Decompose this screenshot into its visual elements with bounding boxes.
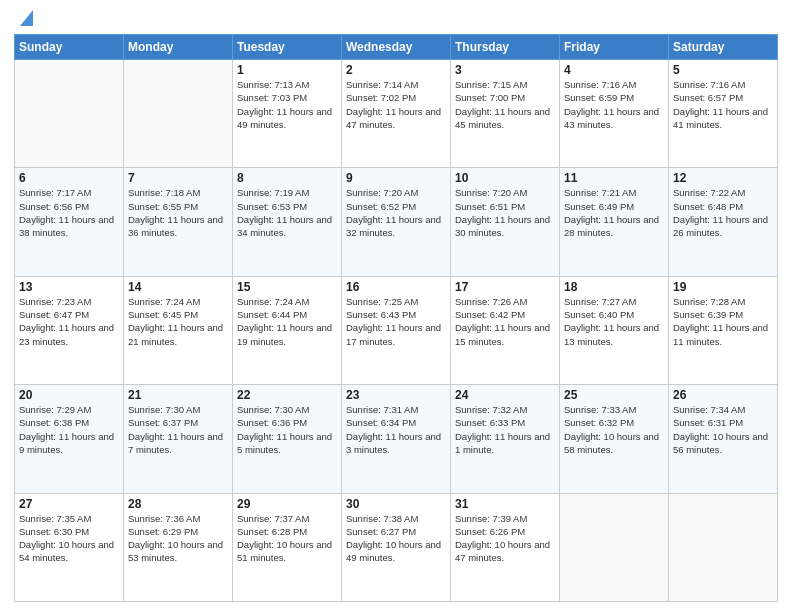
calendar-cell: 28Sunrise: 7:36 AMSunset: 6:29 PMDayligh…	[124, 493, 233, 601]
day-info: Sunrise: 7:15 AMSunset: 7:00 PMDaylight:…	[455, 78, 555, 131]
day-number: 23	[346, 388, 446, 402]
day-number: 17	[455, 280, 555, 294]
day-info: Sunrise: 7:21 AMSunset: 6:49 PMDaylight:…	[564, 186, 664, 239]
day-info: Sunrise: 7:23 AMSunset: 6:47 PMDaylight:…	[19, 295, 119, 348]
day-info: Sunrise: 7:16 AMSunset: 6:59 PMDaylight:…	[564, 78, 664, 131]
calendar-cell: 26Sunrise: 7:34 AMSunset: 6:31 PMDayligh…	[669, 385, 778, 493]
day-number: 25	[564, 388, 664, 402]
day-number: 30	[346, 497, 446, 511]
day-number: 2	[346, 63, 446, 77]
day-info: Sunrise: 7:33 AMSunset: 6:32 PMDaylight:…	[564, 403, 664, 456]
day-info: Sunrise: 7:19 AMSunset: 6:53 PMDaylight:…	[237, 186, 337, 239]
calendar-cell: 6Sunrise: 7:17 AMSunset: 6:56 PMDaylight…	[15, 168, 124, 276]
calendar-cell: 2Sunrise: 7:14 AMSunset: 7:02 PMDaylight…	[342, 60, 451, 168]
calendar-cell: 12Sunrise: 7:22 AMSunset: 6:48 PMDayligh…	[669, 168, 778, 276]
day-number: 29	[237, 497, 337, 511]
calendar-cell: 27Sunrise: 7:35 AMSunset: 6:30 PMDayligh…	[15, 493, 124, 601]
day-info: Sunrise: 7:35 AMSunset: 6:30 PMDaylight:…	[19, 512, 119, 565]
day-number: 15	[237, 280, 337, 294]
calendar-cell: 8Sunrise: 7:19 AMSunset: 6:53 PMDaylight…	[233, 168, 342, 276]
calendar-cell: 30Sunrise: 7:38 AMSunset: 6:27 PMDayligh…	[342, 493, 451, 601]
calendar-cell: 21Sunrise: 7:30 AMSunset: 6:37 PMDayligh…	[124, 385, 233, 493]
day-info: Sunrise: 7:18 AMSunset: 6:55 PMDaylight:…	[128, 186, 228, 239]
day-info: Sunrise: 7:30 AMSunset: 6:36 PMDaylight:…	[237, 403, 337, 456]
day-info: Sunrise: 7:13 AMSunset: 7:03 PMDaylight:…	[237, 78, 337, 131]
day-number: 6	[19, 171, 119, 185]
calendar-cell: 25Sunrise: 7:33 AMSunset: 6:32 PMDayligh…	[560, 385, 669, 493]
day-info: Sunrise: 7:30 AMSunset: 6:37 PMDaylight:…	[128, 403, 228, 456]
calendar-cell: 1Sunrise: 7:13 AMSunset: 7:03 PMDaylight…	[233, 60, 342, 168]
day-info: Sunrise: 7:29 AMSunset: 6:38 PMDaylight:…	[19, 403, 119, 456]
logo	[14, 10, 33, 30]
calendar-cell: 23Sunrise: 7:31 AMSunset: 6:34 PMDayligh…	[342, 385, 451, 493]
day-number: 3	[455, 63, 555, 77]
calendar-cell: 31Sunrise: 7:39 AMSunset: 6:26 PMDayligh…	[451, 493, 560, 601]
calendar-header-wednesday: Wednesday	[342, 35, 451, 60]
day-number: 4	[564, 63, 664, 77]
calendar-cell	[15, 60, 124, 168]
page: SundayMondayTuesdayWednesdayThursdayFrid…	[0, 0, 792, 612]
calendar-cell: 9Sunrise: 7:20 AMSunset: 6:52 PMDaylight…	[342, 168, 451, 276]
day-info: Sunrise: 7:24 AMSunset: 6:44 PMDaylight:…	[237, 295, 337, 348]
calendar: SundayMondayTuesdayWednesdayThursdayFrid…	[14, 34, 778, 602]
day-info: Sunrise: 7:25 AMSunset: 6:43 PMDaylight:…	[346, 295, 446, 348]
calendar-cell: 3Sunrise: 7:15 AMSunset: 7:00 PMDaylight…	[451, 60, 560, 168]
calendar-cell: 15Sunrise: 7:24 AMSunset: 6:44 PMDayligh…	[233, 276, 342, 384]
calendar-cell: 29Sunrise: 7:37 AMSunset: 6:28 PMDayligh…	[233, 493, 342, 601]
calendar-cell: 24Sunrise: 7:32 AMSunset: 6:33 PMDayligh…	[451, 385, 560, 493]
day-number: 14	[128, 280, 228, 294]
calendar-cell: 22Sunrise: 7:30 AMSunset: 6:36 PMDayligh…	[233, 385, 342, 493]
calendar-cell	[669, 493, 778, 601]
day-number: 1	[237, 63, 337, 77]
day-info: Sunrise: 7:31 AMSunset: 6:34 PMDaylight:…	[346, 403, 446, 456]
calendar-header-sunday: Sunday	[15, 35, 124, 60]
day-info: Sunrise: 7:20 AMSunset: 6:52 PMDaylight:…	[346, 186, 446, 239]
svg-marker-0	[20, 10, 33, 26]
calendar-cell: 18Sunrise: 7:27 AMSunset: 6:40 PMDayligh…	[560, 276, 669, 384]
day-number: 10	[455, 171, 555, 185]
day-number: 28	[128, 497, 228, 511]
day-number: 20	[19, 388, 119, 402]
day-number: 5	[673, 63, 773, 77]
day-info: Sunrise: 7:38 AMSunset: 6:27 PMDaylight:…	[346, 512, 446, 565]
day-number: 19	[673, 280, 773, 294]
calendar-header-monday: Monday	[124, 35, 233, 60]
calendar-cell: 17Sunrise: 7:26 AMSunset: 6:42 PMDayligh…	[451, 276, 560, 384]
day-number: 21	[128, 388, 228, 402]
day-number: 11	[564, 171, 664, 185]
day-info: Sunrise: 7:27 AMSunset: 6:40 PMDaylight:…	[564, 295, 664, 348]
calendar-cell: 14Sunrise: 7:24 AMSunset: 6:45 PMDayligh…	[124, 276, 233, 384]
calendar-cell: 19Sunrise: 7:28 AMSunset: 6:39 PMDayligh…	[669, 276, 778, 384]
day-info: Sunrise: 7:26 AMSunset: 6:42 PMDaylight:…	[455, 295, 555, 348]
day-number: 7	[128, 171, 228, 185]
calendar-cell: 16Sunrise: 7:25 AMSunset: 6:43 PMDayligh…	[342, 276, 451, 384]
day-number: 16	[346, 280, 446, 294]
calendar-cell: 4Sunrise: 7:16 AMSunset: 6:59 PMDaylight…	[560, 60, 669, 168]
day-info: Sunrise: 7:24 AMSunset: 6:45 PMDaylight:…	[128, 295, 228, 348]
header	[14, 10, 778, 30]
day-info: Sunrise: 7:28 AMSunset: 6:39 PMDaylight:…	[673, 295, 773, 348]
day-number: 22	[237, 388, 337, 402]
calendar-header-tuesday: Tuesday	[233, 35, 342, 60]
day-info: Sunrise: 7:22 AMSunset: 6:48 PMDaylight:…	[673, 186, 773, 239]
day-number: 18	[564, 280, 664, 294]
day-info: Sunrise: 7:20 AMSunset: 6:51 PMDaylight:…	[455, 186, 555, 239]
day-number: 31	[455, 497, 555, 511]
day-number: 12	[673, 171, 773, 185]
day-info: Sunrise: 7:34 AMSunset: 6:31 PMDaylight:…	[673, 403, 773, 456]
day-number: 24	[455, 388, 555, 402]
day-info: Sunrise: 7:16 AMSunset: 6:57 PMDaylight:…	[673, 78, 773, 131]
calendar-cell: 10Sunrise: 7:20 AMSunset: 6:51 PMDayligh…	[451, 168, 560, 276]
calendar-header-saturday: Saturday	[669, 35, 778, 60]
calendar-cell: 20Sunrise: 7:29 AMSunset: 6:38 PMDayligh…	[15, 385, 124, 493]
logo-icon	[15, 10, 33, 26]
calendar-cell	[560, 493, 669, 601]
day-number: 9	[346, 171, 446, 185]
day-info: Sunrise: 7:17 AMSunset: 6:56 PMDaylight:…	[19, 186, 119, 239]
day-info: Sunrise: 7:39 AMSunset: 6:26 PMDaylight:…	[455, 512, 555, 565]
day-info: Sunrise: 7:37 AMSunset: 6:28 PMDaylight:…	[237, 512, 337, 565]
day-info: Sunrise: 7:14 AMSunset: 7:02 PMDaylight:…	[346, 78, 446, 131]
day-number: 27	[19, 497, 119, 511]
calendar-header-friday: Friday	[560, 35, 669, 60]
calendar-cell: 5Sunrise: 7:16 AMSunset: 6:57 PMDaylight…	[669, 60, 778, 168]
